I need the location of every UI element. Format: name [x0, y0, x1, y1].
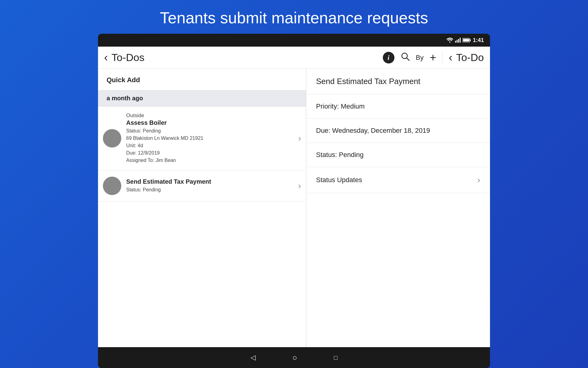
quick-add-section: Quick Add — [98, 69, 306, 90]
signal-icon — [455, 38, 461, 43]
app-content: ‹ To-Dos i By + ‹ To-Do — [98, 47, 490, 347]
svg-line-9 — [407, 58, 409, 60]
detail-priority-row: Priority: Medium — [306, 94, 490, 119]
chevron-right-icon: › — [298, 133, 301, 143]
avatar — [103, 177, 121, 195]
item-detail: Status: Pending 69 Blakiston Ln Warwick … — [126, 127, 293, 164]
page-header-banner: Tenants submit maintenance requests — [0, 0, 588, 34]
item-title: Send Estimated Tax Payment — [126, 178, 293, 185]
todo-section-title: To-Do — [456, 52, 484, 63]
toolbar-title: To-Dos — [111, 52, 145, 63]
status-bar: 1:41 — [98, 34, 490, 47]
list-item[interactable]: Send Estimated Tax Payment Status: Pendi… — [98, 171, 306, 201]
list-item[interactable]: Outside Assess Boiler Status: Pending 69… — [98, 106, 306, 171]
todo-item-content: Outside Assess Boiler Status: Pending 69… — [126, 113, 293, 164]
time-label: a month ago — [107, 95, 143, 102]
detail-title-row: Send Estimated Tax Payment — [306, 69, 490, 94]
detail-title: Send Estimated Tax Payment — [316, 77, 420, 86]
detail-due-row: Due: Wednesday, December 18, 2019 — [306, 119, 490, 143]
main-area: Quick Add a month ago Outside Assess Boi… — [98, 69, 490, 347]
nav-back-button[interactable]: ◁ — [251, 354, 256, 362]
svg-rect-6 — [470, 39, 471, 41]
info-button[interactable]: i — [383, 52, 394, 63]
battery-icon — [462, 38, 471, 43]
todo-item-content: Send Estimated Tax Payment Status: Pendi… — [126, 178, 293, 194]
detail-due: Due: Wednesday, December 18, 2019 — [316, 127, 430, 135]
todo-list[interactable]: Outside Assess Boiler Status: Pending 69… — [98, 106, 306, 347]
svg-rect-7 — [463, 39, 469, 41]
toolbar: ‹ To-Dos i By + ‹ To-Do — [98, 47, 490, 69]
svg-rect-2 — [457, 40, 458, 43]
item-title: Assess Boiler — [126, 119, 293, 126]
back-button-2[interactable]: ‹ — [449, 51, 452, 64]
by-label: By — [416, 54, 424, 62]
left-panel: Quick Add a month ago Outside Assess Boi… — [98, 69, 306, 347]
nav-recent-button[interactable]: □ — [334, 354, 337, 361]
status-time: 1:41 — [473, 37, 484, 44]
right-panel: Send Estimated Tax Payment Priority: Med… — [306, 69, 490, 347]
status-icons: 1:41 — [447, 37, 484, 44]
add-button[interactable]: + — [430, 51, 436, 64]
item-detail: Status: Pending — [126, 186, 293, 194]
svg-rect-4 — [460, 38, 461, 43]
status-updates-label: Status Updates — [316, 176, 362, 184]
chevron-right-icon: › — [298, 181, 301, 191]
device-frame: 1:41 ‹ To-Dos i By + — [98, 34, 490, 368]
chevron-right-icon: › — [477, 175, 480, 185]
search-button[interactable] — [401, 52, 410, 63]
back-button[interactable]: ‹ — [104, 51, 108, 64]
avatar — [103, 129, 121, 148]
bottom-nav: ◁ ○ □ — [98, 347, 490, 368]
wifi-icon — [447, 38, 453, 43]
time-section: a month ago — [98, 90, 306, 106]
svg-rect-3 — [458, 39, 459, 43]
detail-status-row: Status: Pending — [306, 143, 490, 167]
svg-rect-1 — [455, 41, 456, 43]
detail-priority: Priority: Medium — [316, 102, 365, 110]
quick-add-label: Quick Add — [107, 76, 140, 84]
svg-point-0 — [449, 41, 450, 43]
detail-status-updates-row[interactable]: Status Updates › — [306, 167, 490, 193]
detail-status: Status: Pending — [316, 151, 364, 159]
item-location: Outside — [126, 113, 293, 119]
nav-home-button[interactable]: ○ — [292, 353, 297, 362]
